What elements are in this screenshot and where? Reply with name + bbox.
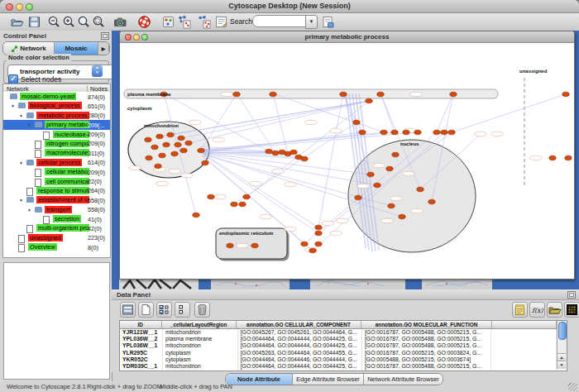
tree-expand-icon[interactable]: ▼ bbox=[11, 103, 15, 108]
table-cell[interactable] bbox=[491, 363, 557, 370]
node-label-oval[interactable] bbox=[411, 208, 423, 213]
network-node[interactable] bbox=[159, 153, 165, 158]
tree-expand-icon[interactable]: ▼ bbox=[19, 198, 23, 203]
network-node[interactable] bbox=[243, 194, 250, 199]
column-header[interactable] bbox=[492, 321, 557, 328]
zoom-selected-icon[interactable] bbox=[92, 15, 106, 29]
table-cell[interactable] bbox=[491, 329, 557, 336]
tree-node-label[interactable]: secretion bbox=[53, 215, 81, 222]
network-node[interactable] bbox=[450, 92, 457, 97]
column-header[interactable]: _cellularLayoutRegion bbox=[162, 321, 237, 328]
network-node[interactable] bbox=[433, 130, 440, 135]
network-node[interactable] bbox=[239, 202, 246, 207]
table-row[interactable]: YPL036W__2plasma membrane[GO:0044464, GO… bbox=[120, 336, 557, 342]
table-scrollbar[interactable]: ▲ ▼ bbox=[557, 321, 567, 369]
network-node[interactable] bbox=[156, 134, 163, 139]
network-canvas[interactable]: plasma membranecytoplasmmitochondrionnuc… bbox=[121, 43, 572, 278]
apply-layout-icon[interactable] bbox=[177, 15, 191, 29]
network-node[interactable] bbox=[266, 149, 272, 154]
table-cell[interactable] bbox=[491, 350, 557, 356]
tree-node-label[interactable]: establishment of lo bbox=[36, 196, 89, 203]
table-header-row[interactable]: ID_cellularLayoutRegionannotation.GO CEL… bbox=[120, 321, 557, 329]
node-label-oval[interactable] bbox=[337, 218, 349, 223]
tree-node-label[interactable]: cellular metabo bbox=[45, 168, 89, 175]
scrollbar-thumb[interactable] bbox=[558, 322, 567, 340]
network-node[interactable] bbox=[388, 203, 395, 208]
network-node[interactable] bbox=[171, 151, 178, 156]
float-data-panel-icon[interactable] bbox=[567, 291, 576, 299]
network-node[interactable] bbox=[392, 152, 399, 157]
function-builder-icon[interactable]: f(x) bbox=[529, 302, 545, 318]
network-node[interactable] bbox=[315, 241, 322, 246]
network-node[interactable] bbox=[163, 142, 170, 147]
window-titlebar[interactable]: Cytoscape Desktop (New Session) bbox=[0, 0, 579, 13]
network-node[interactable] bbox=[403, 130, 409, 135]
data-panel-header[interactable]: Data Panel bbox=[112, 289, 579, 300]
new-attribute-icon[interactable] bbox=[138, 302, 154, 318]
tree-row[interactable]: response to stimulu264(0) bbox=[3, 186, 110, 195]
tree-row[interactable]: multi-organism pro42(0) bbox=[3, 223, 110, 232]
network-node[interactable] bbox=[146, 155, 152, 160]
node-label-oval[interactable] bbox=[214, 194, 227, 199]
network-node[interactable] bbox=[175, 142, 181, 147]
column-header[interactable]: annotation.GO CELLULAR_COMPONENT bbox=[237, 321, 362, 328]
attribute-table[interactable]: ID_cellularLayoutRegionannotation.GO CEL… bbox=[119, 320, 567, 371]
tree-row[interactable]: mosaic-demo-yeast874(0) bbox=[3, 92, 110, 101]
table-cell[interactable]: YKR052C bbox=[120, 356, 163, 363]
table-cell[interactable]: mitochondrion bbox=[163, 329, 238, 336]
zoom-fit-icon[interactable] bbox=[77, 15, 91, 29]
table-row[interactable]: YPL036W__1mitochondrion[GO:0044464, GO:0… bbox=[120, 342, 557, 349]
network-node[interactable] bbox=[359, 130, 366, 135]
table-cell[interactable]: [GO:0016787, GO:0005488, GO:0005215, G..… bbox=[362, 342, 491, 349]
tree-row[interactable]: ▼biological_process651(0) bbox=[3, 101, 110, 110]
tree-expand-icon[interactable]: ▼ bbox=[27, 208, 31, 213]
table-cell[interactable]: YDR039C__1 bbox=[120, 363, 163, 370]
network-node[interactable] bbox=[549, 155, 556, 160]
network-node[interactable] bbox=[251, 243, 258, 248]
tab-network[interactable]: Network bbox=[3, 42, 55, 55]
network-edge[interactable] bbox=[203, 155, 318, 233]
node-label-oval[interactable] bbox=[322, 221, 334, 226]
tree-row[interactable]: ▼establishment of lo558(0) bbox=[3, 195, 110, 204]
matrix-view-icon[interactable] bbox=[564, 302, 579, 318]
table-cell[interactable]: mitochondrion bbox=[163, 342, 238, 349]
table-cell[interactable]: [GO:0005488, GO:0005215, GO:0003674] bbox=[362, 356, 491, 363]
table-cell[interactable]: cytoplasm bbox=[163, 350, 238, 356]
column-header[interactable]: annotation.GO MOLECULAR_FUNCTION bbox=[361, 321, 492, 328]
node-label-oval[interactable] bbox=[390, 196, 403, 201]
network-node[interactable] bbox=[167, 132, 174, 137]
table-cell[interactable]: [GO:0044464, GO:0044444, GO:0044425, G..… bbox=[238, 342, 362, 349]
tree-row[interactable]: ▼transport558(0) bbox=[3, 205, 110, 214]
node-label-oval[interactable] bbox=[260, 214, 272, 219]
zoom-in-icon[interactable] bbox=[62, 15, 76, 29]
table-cell[interactable]: [GO:0044464, GO:0044444, GO:0044425, G..… bbox=[238, 363, 362, 370]
tree-row[interactable]: ▼cellular process614(0) bbox=[3, 158, 110, 167]
network-node[interactable] bbox=[353, 120, 360, 125]
network-node[interactable] bbox=[185, 141, 192, 146]
network-node[interactable] bbox=[145, 137, 151, 142]
column-header[interactable]: ID bbox=[120, 321, 162, 328]
node-label-oval[interactable] bbox=[491, 131, 504, 136]
network-node[interactable] bbox=[193, 213, 199, 218]
network-node[interactable] bbox=[562, 92, 569, 97]
node-label-oval[interactable] bbox=[221, 92, 233, 97]
table-cell[interactable]: [GO:0016787, GO:0005488, GO:0005215, G..… bbox=[362, 336, 491, 342]
birdseye-view-panel[interactable] bbox=[3, 262, 110, 380]
notepad-icon[interactable] bbox=[512, 302, 528, 318]
search-dropdown-icon[interactable]: ▼ bbox=[305, 15, 318, 29]
search-input[interactable] bbox=[252, 15, 309, 27]
network-edge[interactable] bbox=[452, 94, 566, 132]
node-label-oval[interactable] bbox=[381, 218, 394, 223]
float-panel-icon[interactable] bbox=[101, 32, 109, 40]
delete-attribute-icon[interactable] bbox=[194, 302, 210, 318]
network-node[interactable] bbox=[231, 202, 237, 207]
tree-expand-icon[interactable]: ▼ bbox=[27, 122, 31, 127]
node-label-oval[interactable] bbox=[410, 92, 423, 97]
network-node[interactable] bbox=[315, 225, 322, 230]
network-node[interactable] bbox=[208, 194, 214, 199]
unselect-attributes-icon[interactable] bbox=[175, 302, 190, 318]
network-node[interactable] bbox=[428, 199, 435, 204]
network-node[interactable] bbox=[290, 150, 297, 155]
table-row[interactable]: YKR052Ccytoplasm[GO:0044464, GO:0044446,… bbox=[120, 356, 557, 363]
network-edge[interactable] bbox=[437, 93, 453, 132]
